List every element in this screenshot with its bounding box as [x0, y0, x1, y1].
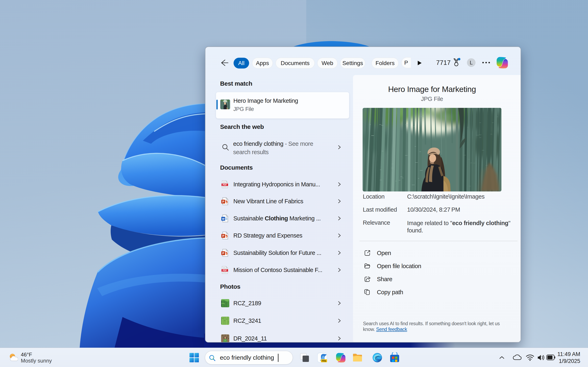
svg-text:PRE: PRE [322, 360, 327, 362]
